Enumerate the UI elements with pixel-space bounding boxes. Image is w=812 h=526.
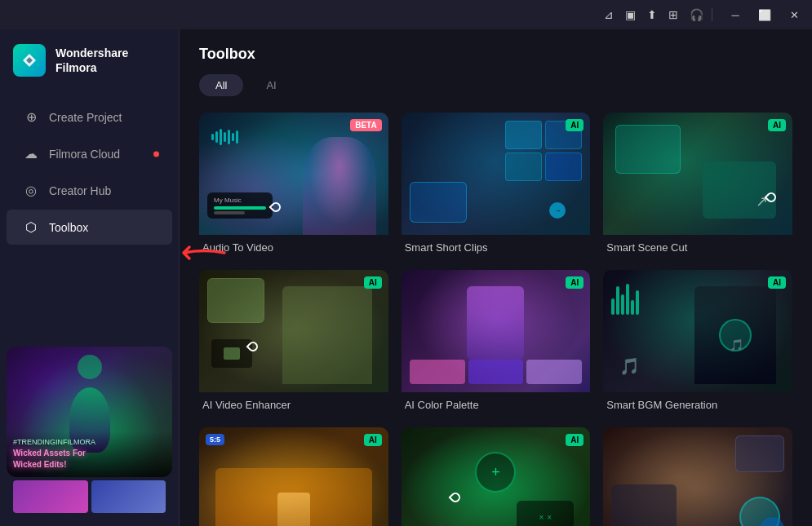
- card-hashtag: #TRENDINGINFILMORA: [13, 438, 166, 446]
- tool-label: Smart BGM Generation: [603, 392, 792, 414]
- num-badge: 5:5: [206, 434, 224, 445]
- ai-badge: AI: [566, 276, 583, 289]
- sidebar-item-label: Toolbox: [49, 221, 88, 234]
- tool-card-9[interactable]: [603, 427, 792, 526]
- maximize-button[interactable]: ⬜: [753, 3, 776, 26]
- tool-label: Smart Scene Cut: [603, 235, 792, 257]
- beta-badge: BETA: [350, 119, 381, 131]
- filter-bar: All AI: [199, 74, 792, 96]
- card-title: Wicked Assets ForWicked Edits!: [13, 448, 166, 471]
- sidebar-item-creator-hub[interactable]: ◎ Creator Hub: [7, 173, 172, 208]
- title-bar: ⊿ ▣ ⬆ ⊞ 🎧 ─ ⬜ ✕: [0, 0, 812, 29]
- tool-thumbnail: AI + ××: [402, 427, 591, 526]
- tool-card-ai-video-enhancer[interactable]: AI AI Video Enhancer: [199, 270, 388, 414]
- sidebar-item-create-project[interactable]: ⊕ Create Project: [7, 99, 172, 135]
- tool-card-8[interactable]: AI + ××: [402, 427, 591, 526]
- cloud-icon: ☁: [23, 146, 39, 161]
- tool-label: AI Color Palette: [402, 392, 591, 414]
- tools-grid: BETA My Music Audio To Video: [199, 113, 792, 526]
- sidebar-promo-card[interactable]: #TRENDINGINFILMORA Wicked Assets ForWick…: [7, 347, 172, 477]
- logo-icon: [13, 44, 46, 77]
- tool-card-smart-scene-cut[interactable]: AI ↗ Smart Scene Cut: [603, 113, 792, 257]
- sidebar-thumbnails: [7, 477, 172, 519]
- app-body: WondershareFilmora ⊕ Create Project ☁ Fi…: [0, 29, 812, 526]
- sidebar-item-label: Creator Hub: [49, 184, 111, 197]
- sidebar-item-toolbox[interactable]: ⬡ Toolbox: [7, 210, 172, 245]
- sidebar-item-filmora-cloud[interactable]: ☁ Filmora Cloud: [7, 136, 172, 171]
- sidebar-nav: ⊕ Create Project ☁ Filmora Cloud ◎ Creat…: [0, 91, 179, 340]
- toolbox-icon: ⬡: [23, 219, 39, 235]
- tool-label: Smart Short Clips: [402, 235, 591, 257]
- ai-badge: AI: [768, 276, 786, 289]
- tool-card-smart-bgm[interactable]: AI 🎵 🎵 Smart BGM Generatio: [603, 270, 792, 414]
- navigation-icon[interactable]: ⊿: [604, 8, 614, 21]
- sidebar-item-label: Create Project: [49, 111, 122, 124]
- tool-thumbnail: AI: [402, 270, 591, 392]
- tool-label: Audio To Video: [199, 235, 388, 257]
- waveform-deco: [211, 129, 238, 145]
- tool-thumbnail: 5:5 AI: [199, 427, 388, 526]
- sidebar-thumb-2[interactable]: [91, 480, 166, 513]
- tool-card-7[interactable]: 5:5 AI: [199, 427, 388, 526]
- tool-thumbnail: AI: [199, 270, 388, 392]
- minimize-button[interactable]: ─: [724, 3, 747, 26]
- tool-card-audio-to-video[interactable]: BETA My Music Audio To Video: [199, 113, 388, 257]
- ai-badge: AI: [768, 119, 786, 131]
- tool-card-ai-color-palette[interactable]: AI AI Color Palette: [402, 270, 591, 414]
- sidebar-bottom: #TRENDINGINFILMORA Wicked Assets ForWick…: [0, 340, 179, 526]
- grid-icon[interactable]: ⊞: [668, 8, 678, 21]
- tool-thumbnail: BETA My Music: [199, 113, 388, 235]
- tool-thumbnail: AI →: [402, 113, 591, 235]
- title-bar-icons: ⊿ ▣ ⬆ ⊞ 🎧: [604, 8, 703, 21]
- page-title: Toolbox: [199, 46, 792, 63]
- upload-icon[interactable]: ⬆: [647, 8, 657, 21]
- sidebar-thumb-1[interactable]: [13, 480, 88, 513]
- creator-hub-icon: ◎: [23, 183, 39, 198]
- ai-badge: AI: [566, 434, 583, 446]
- screen-icon[interactable]: ▣: [625, 8, 636, 21]
- sidebar-item-label: Filmora Cloud: [49, 148, 120, 161]
- separator: [712, 8, 712, 21]
- sidebar: WondershareFilmora ⊕ Create Project ☁ Fi…: [0, 29, 180, 526]
- notification-dot: [153, 151, 159, 157]
- app-name: WondershareFilmora: [55, 46, 128, 75]
- main-content: Toolbox All AI BETA My Music: [180, 29, 812, 526]
- window-controls: ─ ⬜ ✕: [724, 3, 805, 26]
- ai-badge: AI: [364, 276, 382, 289]
- close-button[interactable]: ✕: [783, 3, 805, 26]
- ui-card-deco: My Music: [207, 192, 273, 219]
- filter-ai-button[interactable]: AI: [250, 74, 292, 96]
- tool-thumbnail: [603, 427, 792, 526]
- create-project-icon: ⊕: [23, 109, 39, 125]
- ai-badge: AI: [566, 119, 583, 131]
- filter-all-button[interactable]: All: [199, 74, 243, 96]
- tool-label: AI Video Enhancer: [199, 392, 388, 414]
- tool-thumbnail: AI 🎵 🎵: [603, 270, 792, 392]
- tool-thumbnail: AI ↗: [603, 113, 792, 235]
- headset-icon[interactable]: 🎧: [690, 8, 703, 21]
- tool-card-smart-short-clips[interactable]: AI → Smart Short Clips: [402, 113, 591, 257]
- card-text: #TRENDINGINFILMORA Wicked Assets ForWick…: [7, 431, 172, 477]
- ai-badge: AI: [364, 434, 382, 446]
- logo-area: WondershareFilmora: [0, 29, 179, 91]
